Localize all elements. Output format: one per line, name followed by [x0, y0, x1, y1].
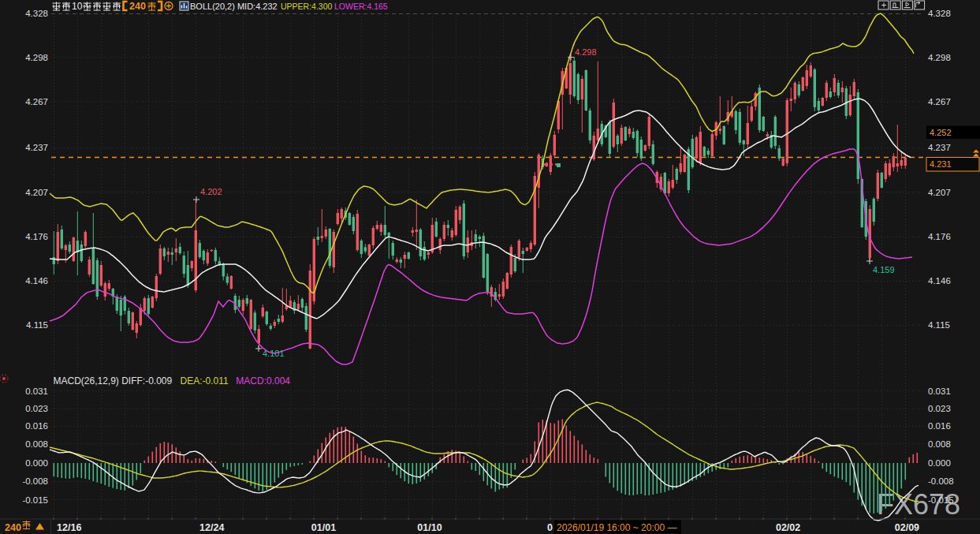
svg-text:MACD(26,12,9) DIFF:-0.009: MACD(26,12,9) DIFF:-0.009: [54, 375, 173, 386]
svg-text:12/24: 12/24: [199, 522, 224, 533]
svg-text:0.000: 0.000: [928, 458, 951, 468]
svg-text:4.298: 4.298: [25, 53, 48, 62]
svg-text:02/02: 02/02: [776, 522, 800, 533]
svg-text:4.237: 4.237: [928, 143, 951, 152]
svg-text:4.237: 4.237: [25, 143, 48, 152]
svg-text:0.008: 0.008: [928, 439, 951, 449]
svg-text:2026/01/19 16:00 ~ 20:00 —: 2026/01/19 16:00 ~ 20:00 —: [557, 522, 676, 533]
svg-text:01/01: 01/01: [311, 522, 336, 533]
svg-text:4.231: 4.231: [930, 159, 952, 169]
svg-text:0.031: 0.031: [928, 386, 951, 396]
svg-text:10: 10: [72, 1, 83, 12]
svg-text:LOWER:4.165: LOWER:4.165: [334, 2, 388, 11]
svg-text:4.159: 4.159: [873, 265, 895, 274]
svg-text:4.252: 4.252: [930, 128, 952, 137]
svg-text:0.016: 0.016: [928, 421, 951, 431]
svg-text:4.176: 4.176: [25, 232, 48, 241]
svg-text:-0.015: -0.015: [928, 495, 954, 505]
svg-text:4.298: 4.298: [575, 47, 597, 57]
svg-text:4.146: 4.146: [25, 276, 48, 286]
svg-text:4.202: 4.202: [200, 187, 222, 196]
svg-text:4.328: 4.328: [928, 9, 951, 18]
svg-text:0.023: 0.023: [928, 404, 951, 413]
svg-text:UPPER:4.300: UPPER:4.300: [281, 2, 333, 11]
svg-text:4.115: 4.115: [928, 320, 950, 330]
svg-text:0.008: 0.008: [25, 439, 48, 449]
svg-text:4.207: 4.207: [25, 188, 48, 197]
svg-text:0: 0: [547, 522, 553, 533]
svg-text:4.176: 4.176: [928, 232, 951, 241]
svg-text:0.031: 0.031: [25, 386, 48, 396]
svg-text:4.115: 4.115: [26, 320, 48, 330]
svg-text:240: 240: [129, 1, 146, 12]
svg-text:0.016: 0.016: [25, 421, 48, 431]
svg-text:4.267: 4.267: [928, 97, 951, 106]
svg-text:DEA:-0.011: DEA:-0.011: [181, 375, 229, 386]
svg-text:-0.008: -0.008: [22, 476, 48, 486]
svg-text:MACD:0.004: MACD:0.004: [236, 375, 290, 386]
svg-text:4.328: 4.328: [25, 9, 48, 18]
svg-text:02/09: 02/09: [895, 522, 919, 533]
svg-text:4.298: 4.298: [928, 53, 951, 62]
svg-text:-0.008: -0.008: [928, 476, 954, 486]
svg-text:4.267: 4.267: [25, 97, 48, 106]
svg-text:240: 240: [5, 522, 21, 533]
svg-text:0.000: 0.000: [25, 458, 48, 468]
svg-text:01/10: 01/10: [417, 522, 442, 533]
svg-text:12/16: 12/16: [57, 522, 81, 533]
svg-text:0.023: 0.023: [25, 404, 48, 413]
svg-text:-0.015: -0.015: [22, 495, 48, 505]
svg-text:4.101: 4.101: [263, 349, 285, 358]
svg-text:4.207: 4.207: [928, 188, 951, 197]
svg-text:4.146: 4.146: [928, 276, 951, 286]
svg-text:BOLL(20,2) MID:4.232: BOLL(20,2) MID:4.232: [190, 2, 278, 11]
